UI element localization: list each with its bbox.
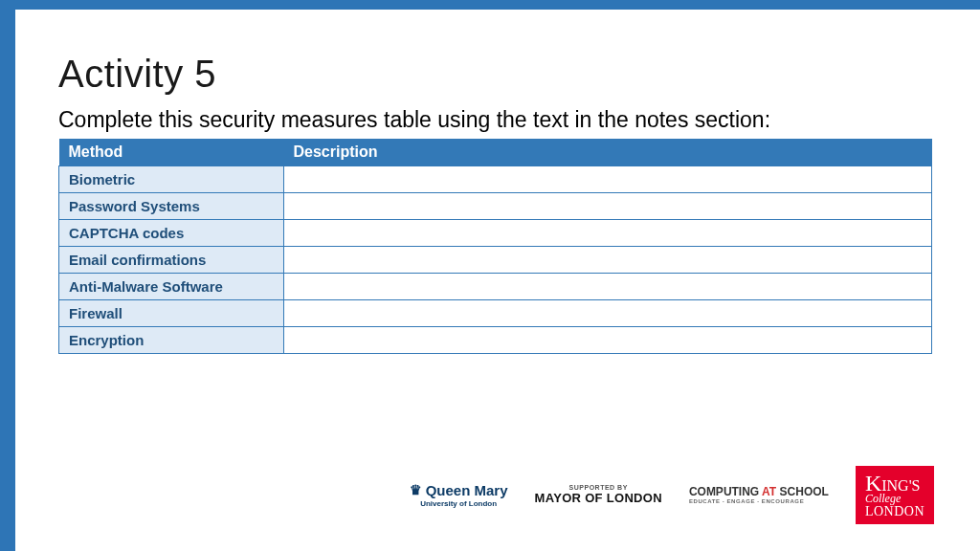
cas-word-1: COMPUTING	[689, 485, 762, 498]
logo-mayor-main: MAYOR OF LONDON	[535, 491, 662, 505]
method-cell: Email confirmations	[59, 247, 284, 274]
logo-kings-college-london: KING'S College LONDON	[856, 466, 934, 524]
description-cell	[284, 247, 932, 274]
kcl-ings: ING'S	[881, 478, 920, 493]
description-cell	[284, 166, 932, 193]
logo-queen-mary: ♛ Queen Mary University of London	[410, 482, 508, 508]
table-row: Password Systems	[59, 193, 932, 220]
method-cell: Firewall	[59, 300, 284, 327]
table-row: Encryption	[59, 327, 932, 354]
kcl-k: K	[865, 473, 881, 495]
slide-title: Activity 5	[58, 53, 932, 96]
logo-mayor-sup: SUPPORTED BY	[535, 484, 662, 491]
slide-border-top	[0, 0, 980, 10]
table-row: CAPTCHA codes	[59, 220, 932, 247]
table-row: Biometric	[59, 166, 932, 193]
description-cell	[284, 300, 932, 327]
method-cell: Biometric	[59, 166, 284, 193]
table-row: Anti-Malware Software	[59, 274, 932, 300]
cas-word-3: SCHOOL	[780, 485, 829, 498]
footer-logos: ♛ Queen Mary University of London SUPPOR…	[410, 466, 934, 524]
cas-sub: EDUCATE · ENGAGE · ENCOURAGE	[689, 498, 829, 504]
method-cell: Anti-Malware Software	[59, 274, 284, 300]
method-cell: Encryption	[59, 327, 284, 354]
table-row: Firewall	[59, 300, 932, 327]
cas-word-2: AT	[762, 485, 779, 498]
logo-mayor-of-london: SUPPORTED BY MAYOR OF LONDON	[535, 484, 662, 505]
logo-qm-text: Queen Mary	[426, 482, 508, 498]
col-header-description: Description	[284, 139, 932, 166]
crown-icon: ♛	[410, 482, 422, 497]
security-table: Method Description Biometric Password Sy…	[58, 139, 932, 354]
description-cell	[284, 274, 932, 300]
description-cell	[284, 220, 932, 247]
kcl-college: College	[865, 494, 924, 504]
description-cell	[284, 327, 932, 354]
table-row: Email confirmations	[59, 247, 932, 274]
kcl-london: LONDON	[865, 505, 924, 518]
logo-computing-at-school: COMPUTING AT SCHOOL EDUCATE · ENGAGE · E…	[689, 485, 829, 504]
method-cell: CAPTCHA codes	[59, 220, 284, 247]
method-cell: Password Systems	[59, 193, 284, 220]
slide-border-left	[0, 0, 15, 551]
col-header-method: Method	[59, 139, 284, 166]
logo-qm-sub: University of London	[420, 499, 497, 508]
instruction-text: Complete this security measures table us…	[58, 107, 932, 133]
description-cell	[284, 193, 932, 220]
